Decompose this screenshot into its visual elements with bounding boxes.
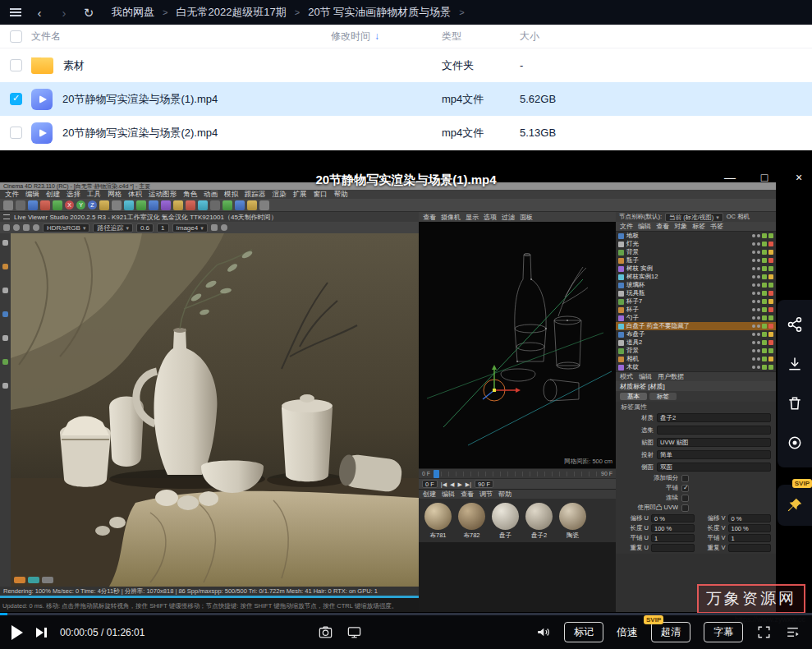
attribute-value-field <box>657 426 771 435</box>
octane-live-viewer: Live Viewer Studio 2020.2.5 R3 - K921工作室… <box>0 212 419 598</box>
object-row: 木纹 <box>616 363 776 371</box>
stop-render-icon <box>3 224 10 231</box>
playlist-icon[interactable] <box>785 624 801 640</box>
c4d-menu: 运动图形 <box>149 190 177 199</box>
material-sphere-icon <box>424 503 452 530</box>
material-menu-item: 编辑 <box>442 490 455 499</box>
spline-icon <box>149 200 158 210</box>
quality-button[interactable]: SVIP 超清 <box>651 622 690 642</box>
mark-button[interactable]: 标记 <box>564 622 603 642</box>
column-header-name[interactable]: 文件名 <box>31 30 331 44</box>
material-label: 布781 <box>429 532 446 540</box>
breadcrumb-item-course[interactable]: 白无常2022超级班17期 <box>176 5 286 20</box>
column-header-size[interactable]: 大小 <box>520 30 812 44</box>
fullscreen-icon[interactable] <box>756 624 772 640</box>
svip-badge: SVIP <box>792 479 812 488</box>
go-to-start-icon: |◀ <box>441 481 447 487</box>
row-checkbox[interactable] <box>10 93 22 105</box>
file-row-folder[interactable]: 素材 文件夹 - <box>0 48 812 82</box>
close-button[interactable]: × <box>789 170 809 185</box>
magnet-tool-icon <box>2 288 8 293</box>
object-row: 背景 <box>616 248 776 256</box>
record-icon[interactable] <box>787 435 803 451</box>
time-display: 00:00:05 / 01:26:01 <box>60 627 145 638</box>
object-label: 杯子 <box>626 306 639 314</box>
display-mode-icon <box>210 200 220 210</box>
grid-spacing-label: 网格间距: 500 cm <box>564 458 612 466</box>
volume-icon[interactable] <box>535 624 551 640</box>
back-icon[interactable]: ‹ <box>33 7 46 19</box>
exposure-field: 0.6 <box>136 223 154 232</box>
axis-y-lock-icon: Y <box>76 200 85 209</box>
object-manager-panel: 节点别称(默认): 当前 (标准/视图) ▾ OC 相机 文件 编辑 查看 对象… <box>616 212 776 612</box>
breadcrumb-item-lesson[interactable]: 20节 写实油画静物材质与场景 <box>308 5 451 20</box>
video-frame[interactable]: Cinema 4D R23.110 (RC) - [白无常·静物渲染.c4d *… <box>0 182 776 612</box>
next-button[interactable] <box>36 628 47 637</box>
render-progress-bar <box>0 596 419 598</box>
c4d-content: Live Viewer Studio 2020.2.5 R3 - K921工作室… <box>0 212 776 612</box>
column-header-type[interactable]: 类型 <box>442 30 520 44</box>
file-size: 5.13GB <box>520 127 812 139</box>
forward-icon[interactable]: › <box>57 7 71 19</box>
sort-desc-icon[interactable]: ↓ <box>374 30 379 42</box>
pin-panel[interactable]: SVIP <box>778 485 812 526</box>
subtitle-button[interactable]: 字幕 <box>704 622 743 642</box>
c4d-menu: 模拟 <box>224 190 238 199</box>
checkbox <box>681 475 689 482</box>
share-icon[interactable] <box>787 316 803 333</box>
node-bar-label: 节点别称(默认): <box>619 213 662 221</box>
move-tool-icon <box>28 200 38 210</box>
file-size: 5.62GB <box>520 93 812 105</box>
attribute-header: 材质标签 [材质] <box>616 381 776 391</box>
viewport-tabs: 查看 摄像机 显示 选项 过滤 面板 <box>419 212 616 222</box>
om-menu-item: 书签 <box>710 222 723 231</box>
attribute-row: 侧面 双面 <box>616 461 776 473</box>
cast-icon[interactable] <box>346 624 362 640</box>
refresh-icon[interactable]: ↻ <box>82 7 95 19</box>
om-menu-item: 查看 <box>656 222 669 231</box>
attribute-section-title: 标签属性 <box>616 402 776 412</box>
object-icon <box>618 315 624 321</box>
breadcrumb-item-root[interactable]: 我的网盘 <box>112 5 154 20</box>
object-label: 瓶子 <box>626 256 639 265</box>
live-viewer-toolbar: HDR/sRGB ▾ 路径追踪 ▾ 0.6 1 Image4 ▾ <box>0 222 419 233</box>
row-checkbox[interactable] <box>10 127 22 139</box>
file-row-video-1[interactable]: 20节静物写实渲染与场景(1).mp4 mp4文件 5.62GB <box>0 82 812 116</box>
maximize-button[interactable]: □ <box>755 170 774 185</box>
download-icon[interactable] <box>787 356 803 372</box>
octane-icon <box>247 200 257 210</box>
row-checkbox[interactable] <box>10 59 22 71</box>
object-row: 杯子7 <box>616 297 776 306</box>
attribute-check-row: 添加细分 <box>616 473 776 483</box>
file-row-video-2[interactable]: 20节静物写实渲染与场景(2).mp4 mp4文件 5.13GB <box>0 116 812 150</box>
object-icon <box>618 357 624 362</box>
seek-bar[interactable] <box>0 613 812 615</box>
image-slot-dropdown: Image4 ▾ <box>172 223 208 232</box>
side-action-bar <box>778 300 812 467</box>
sidebar-toggle-icon[interactable] <box>10 8 21 16</box>
play-button[interactable] <box>11 625 23 640</box>
svip-badge: SVIP <box>644 615 663 624</box>
c4d-menu: 工具 <box>87 190 101 199</box>
lock-icon <box>33 224 39 231</box>
minimize-button[interactable]: — <box>720 170 740 185</box>
screenshot-icon[interactable] <box>318 624 333 640</box>
select-all-checkbox[interactable] <box>10 30 22 43</box>
object-icon <box>618 274 624 280</box>
object-label: 勺子 <box>626 314 639 322</box>
coord-field <box>728 544 772 552</box>
object-row: 相机 <box>616 355 776 363</box>
object-label: 相机 <box>626 355 639 363</box>
speed-button[interactable]: 倍速 <box>617 625 638 640</box>
material-sphere-icon <box>492 503 519 530</box>
attribute-check-row: 使用凹凸 UVW <box>616 503 776 513</box>
delete-icon[interactable] <box>787 395 803 412</box>
environment-icon <box>198 200 208 210</box>
column-header-modified[interactable]: 修改时间 <box>331 30 370 44</box>
attribute-value-field: 双面 <box>657 463 771 472</box>
coord-field: 0 % <box>728 514 772 522</box>
breadcrumb-separator: > <box>163 7 167 17</box>
object-label: 道具2 <box>626 338 642 347</box>
c4d-menu: 选择 <box>67 190 80 199</box>
folder-icon <box>31 58 53 74</box>
